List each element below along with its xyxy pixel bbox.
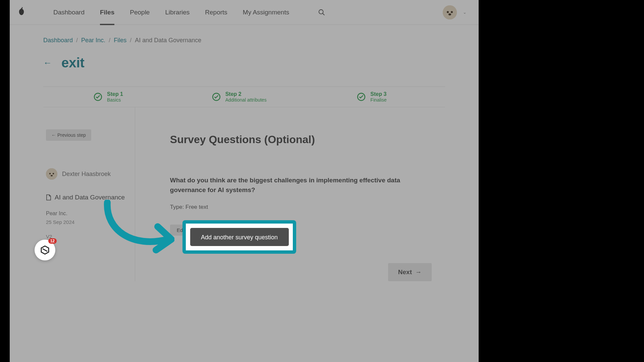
step-1[interactable]: Step 1 Basics xyxy=(43,91,182,103)
svg-line-14 xyxy=(43,249,47,251)
nav-libraries[interactable]: Libraries xyxy=(165,0,190,24)
avatar xyxy=(46,168,57,180)
svg-point-4 xyxy=(451,11,453,13)
svg-point-5 xyxy=(448,13,451,15)
breadcrumb-current: AI and Data Governance xyxy=(135,37,201,44)
chevron-down-icon[interactable]: ⌄ xyxy=(463,10,467,15)
svg-point-12 xyxy=(51,175,53,176)
svg-point-0 xyxy=(319,9,323,14)
next-label: Next xyxy=(398,268,412,276)
avatar[interactable] xyxy=(443,5,457,19)
step-subtitle: Finalise xyxy=(370,97,386,103)
arrow-right-icon: → xyxy=(415,268,422,276)
top-nav: Dashboard Files People Libraries Reports… xyxy=(10,0,479,25)
step-3[interactable]: Step 3 Finalise xyxy=(300,91,445,103)
svg-point-10 xyxy=(49,173,51,174)
tutorial-highlight: Add another survey question xyxy=(183,221,296,253)
svg-point-11 xyxy=(53,173,54,174)
step-2[interactable]: Step 2 Additional attributes xyxy=(182,91,300,103)
left-column: ← Previous step Dexter Haasbroek AI and … xyxy=(43,107,135,281)
nav-links: Dashboard Files People Libraries Reports… xyxy=(53,0,325,24)
nav-reports[interactable]: Reports xyxy=(205,0,227,24)
notification-badge: 12 xyxy=(48,238,57,244)
breadcrumb-separator: / xyxy=(130,37,131,44)
nav-dashboard[interactable]: Dashboard xyxy=(53,0,85,24)
page-title: Survey Questions (Optional) xyxy=(170,133,432,146)
exit-row: ← exit xyxy=(43,55,445,70)
add-survey-question-button[interactable]: Add another survey question xyxy=(190,228,289,246)
next-button[interactable]: Next → xyxy=(388,263,432,281)
step-title: Step 1 xyxy=(107,91,123,97)
logo-pear-icon[interactable] xyxy=(16,6,26,19)
back-arrow-icon[interactable]: ← xyxy=(43,58,52,68)
question-text: What do you think are the biggest challe… xyxy=(170,175,425,195)
previous-step-button[interactable]: ← Previous step xyxy=(46,129,91,141)
svg-line-1 xyxy=(323,13,325,15)
app-frame: Dashboard Files People Libraries Reports… xyxy=(10,0,479,362)
svg-point-2 xyxy=(443,5,457,19)
step-title: Step 3 xyxy=(370,91,386,97)
breadcrumb-separator: / xyxy=(109,37,110,44)
check-circle-icon xyxy=(94,93,102,101)
breadcrumb-company[interactable]: Pear Inc. xyxy=(81,37,105,44)
check-circle-icon xyxy=(212,93,221,101)
breadcrumb-separator: / xyxy=(76,37,78,44)
widget-logo-icon xyxy=(40,245,50,255)
check-circle-icon xyxy=(357,93,366,101)
step-subtitle: Basics xyxy=(107,97,123,103)
right-column: Survey Questions (Optional) What do you … xyxy=(135,107,445,281)
svg-point-3 xyxy=(447,11,449,13)
window-right-strip xyxy=(624,0,644,362)
nav-people[interactable]: People xyxy=(130,0,150,24)
file-icon xyxy=(46,194,51,200)
breadcrumb-files[interactable]: Files xyxy=(114,37,126,44)
svg-point-9 xyxy=(46,168,57,180)
help-widget[interactable]: 12 xyxy=(35,240,55,260)
question-type: Type: Free text xyxy=(170,204,432,210)
tutorial-arrow-icon xyxy=(102,200,174,255)
search-icon[interactable] xyxy=(318,9,325,16)
nav-my-assignments[interactable]: My Assignments xyxy=(243,0,289,24)
stepper: Step 1 Basics Step 2 Additional attribut… xyxy=(43,86,445,107)
nav-files[interactable]: Files xyxy=(100,1,114,25)
breadcrumb-dashboard[interactable]: Dashboard xyxy=(43,37,73,44)
step-title: Step 2 xyxy=(225,91,267,97)
breadcrumb: Dashboard / Pear Inc. / Files / AI and D… xyxy=(43,37,445,44)
step-subtitle: Additional attributes xyxy=(225,97,267,103)
file-owner: Dexter Haasbroek xyxy=(46,168,133,180)
exit-link[interactable]: exit xyxy=(61,55,85,70)
columns: ← Previous step Dexter Haasbroek AI and … xyxy=(43,107,445,281)
owner-name: Dexter Haasbroek xyxy=(62,171,111,178)
bottom-row: Next → xyxy=(170,263,432,281)
